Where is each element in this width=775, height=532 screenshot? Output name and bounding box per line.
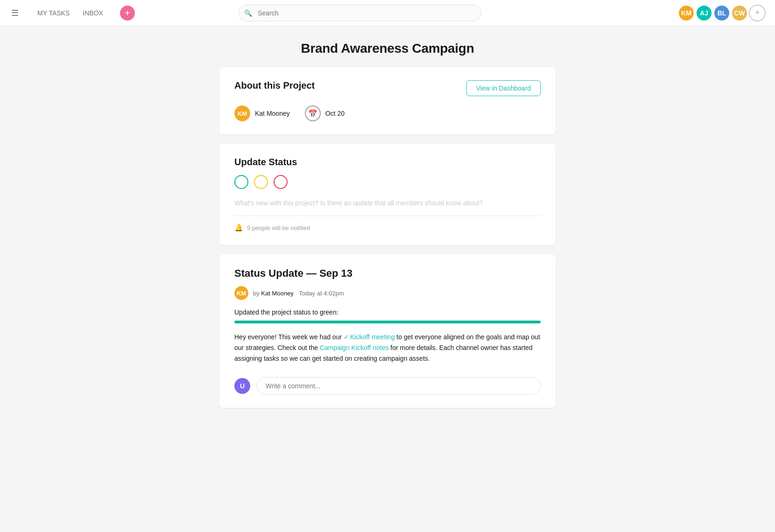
kickoff-meeting-link[interactable]: Kickoff meeting (350, 333, 395, 341)
nav-avatars: KM AJ BL CW + (678, 5, 766, 21)
author-avatar: KM (234, 286, 248, 300)
update-status-card: Update Status What's new with this proje… (219, 144, 556, 245)
author-text: by Kat Mooney Today at 4:02pm (253, 290, 344, 297)
status-placeholder[interactable]: What's new with this project? Is there a… (234, 198, 541, 208)
update-body: Hey everyone! This week we had our ✓Kick… (234, 332, 541, 364)
add-button[interactable]: + (120, 6, 135, 21)
search-input[interactable] (239, 5, 481, 21)
about-card-title: About this Project (234, 80, 315, 91)
avatar-2[interactable]: AJ (696, 5, 712, 21)
add-member-button[interactable]: + (749, 5, 766, 21)
date-meta: 📅 Oct 20 (305, 105, 345, 121)
nav-links: MY TASKS INBOX (32, 7, 109, 20)
topnav: ☰ MY TASKS INBOX + 🔍 KM AJ BL CW + (0, 0, 775, 26)
status-circle-red[interactable] (274, 175, 288, 189)
comment-input[interactable] (257, 377, 541, 395)
owner-meta: KM Kat Mooney (234, 105, 290, 121)
project-date: Oct 20 (325, 110, 345, 117)
view-dashboard-button[interactable]: View in Dashboard (466, 80, 541, 96)
timestamp: Today at 4:02pm (299, 290, 344, 297)
status-circle-yellow[interactable] (254, 175, 268, 189)
page-title: Brand Awareness Campaign (0, 41, 775, 56)
status-circle-green[interactable] (234, 175, 248, 189)
author-avatar-img: KM (234, 286, 248, 300)
owner-avatar-img: KM (234, 105, 250, 121)
bell-icon: 🔔 (234, 224, 243, 232)
green-status-bar (234, 321, 541, 323)
search-container: 🔍 (239, 5, 481, 21)
notification-text: 9 people will be notified (247, 224, 310, 231)
owner-name: Kat Mooney (255, 110, 290, 117)
body-prefix: Hey everyone! This week we had our (234, 333, 344, 341)
update-status-label: Updated the project status to green: (234, 308, 541, 316)
about-card-header: About this Project View in Dashboard (234, 80, 541, 96)
owner-avatar: KM (234, 105, 250, 121)
update-author-row: KM by Kat Mooney Today at 4:02pm (234, 286, 541, 300)
about-project-card: About this Project View in Dashboard KM … (219, 67, 556, 134)
my-tasks-link[interactable]: MY TASKS (32, 7, 75, 20)
avatar-1[interactable]: KM (678, 5, 695, 21)
campaign-notes-link[interactable]: Campaign Kickoff notes (320, 344, 389, 351)
avatar-3[interactable]: BL (713, 5, 730, 21)
avatar-4[interactable]: CW (731, 5, 748, 21)
status-update-card: Status Update — Sep 13 KM by Kat Mooney … (219, 254, 556, 408)
page-header: Brand Awareness Campaign (0, 26, 775, 67)
status-circles (234, 175, 541, 189)
author-name: Kat Mooney (261, 290, 293, 297)
by-label: by (253, 290, 261, 297)
status-input-area[interactable]: What's new with this project? Is there a… (234, 198, 541, 216)
comment-area: U (234, 375, 541, 395)
checkmark-icon: ✓ (344, 333, 349, 341)
update-status-title: Update Status (234, 157, 541, 168)
project-meta: KM Kat Mooney 📅 Oct 20 (234, 105, 541, 121)
hamburger-icon[interactable]: ☰ (9, 6, 21, 20)
inbox-link[interactable]: INBOX (77, 7, 109, 20)
notification-row: 🔔 9 people will be notified (234, 224, 541, 232)
calendar-icon: 📅 (305, 105, 321, 121)
status-update-title: Status Update — Sep 13 (234, 267, 541, 280)
comment-user-avatar: U (234, 378, 250, 394)
main-content: About this Project View in Dashboard KM … (210, 67, 565, 436)
